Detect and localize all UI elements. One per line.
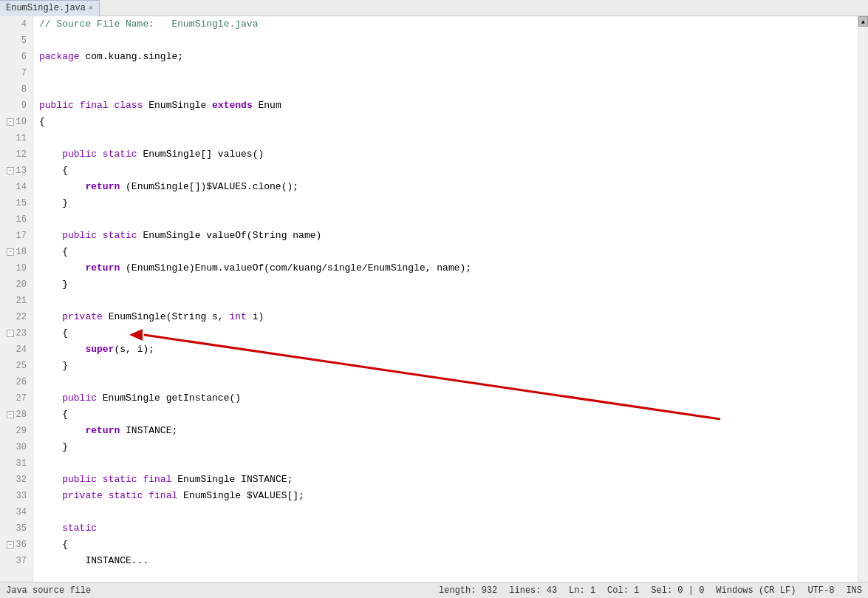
line-number: 23 (16, 325, 27, 342)
gutter-line: 29 (3, 423, 30, 439)
code-line: { (39, 407, 858, 423)
token-normal (39, 342, 85, 358)
code-line: package com.kuang.single; (39, 49, 858, 65)
code-area[interactable]: // Source File Name: EnumSingle.java pac… (33, 16, 858, 582)
code-line: } (39, 358, 858, 374)
code-line (39, 374, 858, 390)
status-ins: INS (846, 585, 862, 596)
fold-icon[interactable]: - (7, 330, 14, 337)
line-number: 22 (16, 309, 27, 325)
line-number: 12 (16, 146, 27, 163)
token-normal (103, 488, 109, 504)
token-normal (137, 472, 143, 488)
editor-container: 456789-101112-1314151617-1819202122-2324… (0, 16, 868, 582)
fold-icon[interactable]: - (7, 541, 14, 548)
status-ln: Ln: 1 (569, 585, 595, 596)
gutter-line: 20 (3, 276, 30, 293)
gutter-line: 22 (3, 309, 30, 325)
code-line: public EnumSingle getInstance() (39, 390, 858, 407)
gutter-line: 12 (3, 146, 30, 163)
scroll-up-button[interactable]: ▲ (858, 16, 868, 27)
code-line: { (39, 325, 858, 342)
token-comment: // Source File Name: EnumSingle.java (39, 16, 258, 33)
status-sel: Sel: 0 | 0 (651, 585, 704, 596)
line-number: 37 (16, 553, 27, 569)
line-number: 17 (16, 228, 27, 244)
code-line: INSTANCE... (39, 553, 858, 569)
token-normal (97, 228, 103, 244)
line-number: 34 (16, 504, 27, 520)
line-number: 19 (16, 260, 27, 276)
token-kw-purple: package (39, 49, 80, 65)
token-kw-purple: public (39, 472, 97, 488)
code-line: } (39, 439, 858, 455)
gutter-line: 24 (3, 342, 30, 358)
gutter-line: 7 (3, 65, 30, 81)
line-number: 21 (16, 293, 27, 309)
code-line: { (39, 244, 858, 260)
token-normal: EnumSingle (143, 98, 212, 114)
code-line: // Source File Name: EnumSingle.java (39, 16, 858, 33)
tab-label: EnumSingle.java (6, 3, 86, 13)
status-col: Col: 1 (607, 585, 639, 596)
line-number: 35 (16, 520, 27, 537)
line-number: 27 (16, 390, 27, 407)
code-line: public static final EnumSingle INSTANCE; (39, 472, 858, 488)
status-length: length: 932 (439, 585, 497, 596)
line-number: 26 (16, 374, 27, 390)
token-kw-purple: final (148, 488, 177, 504)
gutter-line: 17 (3, 228, 30, 244)
code-line: public final class EnumSingle extends En… (39, 98, 858, 114)
code-line (39, 293, 858, 309)
token-normal: (EnumSingle)Enum.valueOf(com/kuang/singl… (120, 260, 471, 276)
token-keyword-return: return (85, 179, 120, 195)
gutter-line: -10 (3, 114, 30, 130)
tab-close-icon[interactable]: × (89, 4, 93, 13)
token-normal: } (39, 358, 68, 374)
token-kw-purple: class (114, 98, 143, 114)
token-normal: EnumSingle[] values() (137, 146, 264, 163)
code-line: public static EnumSingle[] values() (39, 146, 858, 163)
line-number: 32 (16, 472, 27, 488)
token-normal: Enum (253, 98, 281, 114)
gutter-line: 26 (3, 374, 30, 390)
token-kw-purple: int (229, 309, 246, 325)
line-number: 31 (16, 455, 27, 472)
code-line: private EnumSingle(String s, int i) (39, 309, 858, 325)
token-normal (97, 146, 103, 163)
gutter-line: -18 (3, 244, 30, 260)
token-normal (74, 98, 80, 114)
tab-bar: EnumSingle.java × (0, 0, 868, 16)
token-kw-purple: public (39, 98, 74, 114)
token-keyword-super: super (85, 342, 114, 358)
fold-icon[interactable]: - (7, 411, 14, 418)
gutter-line: 4 (3, 16, 30, 33)
token-normal: com.kuang.single; (80, 49, 183, 65)
status-encoding: UTF-8 (807, 585, 834, 596)
token-normal: } (39, 276, 68, 293)
line-number: 36 (16, 537, 27, 553)
line-number: 33 (16, 488, 27, 504)
token-normal (39, 260, 85, 276)
scrollbar-right[interactable]: ▲ (858, 16, 868, 582)
status-line-ending: Windows (CR LF) (716, 585, 796, 596)
gutter-line: 14 (3, 179, 30, 195)
code-line: } (39, 276, 858, 293)
fold-icon[interactable]: - (7, 248, 14, 256)
token-normal: { (39, 407, 68, 423)
token-kw-purple: static (103, 146, 137, 163)
line-number: 16 (16, 211, 27, 228)
token-normal: INSTANCE... (39, 553, 148, 569)
gutter-line: 32 (3, 472, 30, 488)
code-line: return (EnumSingle[])$VALUES.clone(); (39, 179, 858, 195)
gutter-line: 21 (3, 293, 30, 309)
code-line (39, 504, 858, 520)
code-line: return INSTANCE; (39, 423, 858, 439)
line-number: 29 (16, 423, 27, 439)
fold-icon[interactable]: - (7, 118, 14, 126)
gutter-line: 30 (3, 439, 30, 455)
gutter-line: 8 (3, 81, 30, 98)
token-kw-purple: static (103, 472, 137, 488)
fold-icon[interactable]: - (7, 167, 14, 174)
tab-enumsingle[interactable]: EnumSingle.java × (0, 0, 100, 16)
